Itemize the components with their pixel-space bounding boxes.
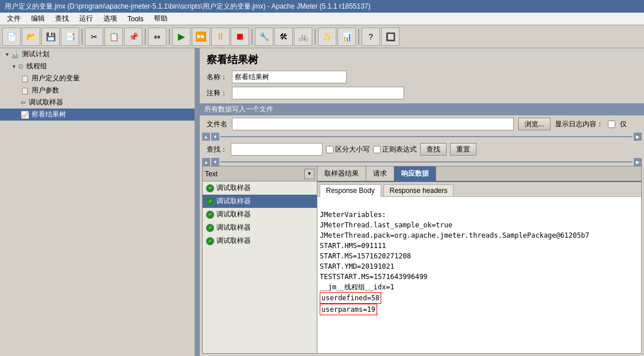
arrow-up-btn2[interactable]: ▲ [202,158,210,166]
search-input[interactable] [231,143,323,156]
response-line-pack: JMeterThread.pack=org.apache.jmeter.thre… [320,230,639,241]
tree-node-result-tree[interactable]: 📈 察看结果树 [0,109,195,121]
menu-options[interactable]: 选项 [99,13,122,25]
search-row: 查找： 区分大小写 正则表达式 查找 重置 [200,141,644,158]
sampler-item-2[interactable]: ✓ 调试取样器 [203,208,317,221]
response-line-hms: START.HMS=091111 [320,241,639,251]
tree-node-user-params[interactable]: 📋 用户参数 [0,84,195,96]
tab-request[interactable]: 请求 [366,167,394,181]
response-line-lastsample: JMeterThread.last_sample_ok=true [320,220,639,230]
divider-line [220,136,633,137]
right-panel: 察看结果树 名称： 注释： 所有数据写入一个文件 文件名 浏览... 显示日志内… [200,48,644,356]
toolbar-cut-btn[interactable]: ✂ [85,28,103,46]
toolbar-clear-btn[interactable]: ✨ [318,28,336,46]
toolbar-copy-btn[interactable]: 📋 [104,28,123,46]
toolbar-clear-all-btn[interactable]: 📊 [337,28,356,46]
name-row: 名称： [200,69,644,85]
response-line-ymd: START.YMD=20191021 [320,261,639,272]
arrow-right-btn2[interactable]: ▶ [634,158,642,166]
toolbar-remote-stop-btn[interactable]: 🛠 [274,28,293,46]
toolbar-expand-btn[interactable]: ⇔ [148,28,166,46]
toolbar-save-btn[interactable]: 💾 [41,28,60,46]
response-line-jmvars: JMeterVariables: [320,210,639,220]
sub-tab-response-body[interactable]: Response Body [320,184,381,197]
toolbar-start-nopause-btn[interactable]: ⏩ [192,28,210,46]
file-row: 文件名 浏览... 显示日志内容： 仅 [200,115,644,133]
toolbar-sep5 [315,29,316,45]
results-area: Text ▼ ✓ 调试取样器 ✓ 调试取样器 ✓ 调试取样器 [200,166,644,356]
toolbar-open-btn[interactable]: 📂 [22,28,40,46]
toolbar-stop-threads-btn[interactable]: ⏸ [211,28,230,46]
sampler-item-0[interactable]: ✓ 调试取样器 [203,181,317,195]
sub-tab-response-headers[interactable]: Response headers [383,184,454,196]
title-bar: 用户定义的变量.jmx (D:\program\apache-jmeter-5.… [0,0,644,13]
menu-edit[interactable]: 编辑 [26,13,49,25]
thread-group-icon: ⚙ [18,63,24,71]
toolbar-help-btn[interactable]: ? [362,28,380,46]
sampler-list-header: Text ▼ [203,167,317,181]
results-content: Text ▼ ✓ 调试取样器 ✓ 调试取样器 ✓ 调试取样器 [202,166,642,354]
regex-label: 正则表达式 [373,145,417,154]
menu-tools[interactable]: Tools [123,14,148,24]
tab-response-data[interactable]: 响应数据 [394,167,436,181]
tree-node-user-vars[interactable]: 📋 用户定义的变量 [0,72,195,84]
log-label: 显示日志内容： [555,119,603,129]
section-header: 所有数据写入一个文件 [200,103,644,115]
divider-row2: ▲ ▼ ▶ [200,158,644,166]
regex-checkbox[interactable] [373,146,381,153]
comment-row: 注释： [200,85,644,101]
toolbar-paste-btn[interactable]: 📌 [124,28,142,46]
sub-tabs-row: Response Body Response headers [317,182,641,197]
toolbar-sep2 [145,29,146,45]
toolbar-remote-start-btn[interactable]: 🔧 [255,28,273,46]
sampler-icon-4: ✓ [206,237,214,245]
sampler-dropdown-btn[interactable]: ▼ [304,169,315,179]
menu-bar: 文件 编辑 查找 运行 选项 Tools 帮助 [0,13,644,25]
toolbar-start-btn[interactable]: ▶ [172,28,191,46]
toolbar-extra-btn[interactable]: 🔲 [381,28,399,46]
divider-line2 [220,161,633,162]
divider-row1: ▲ ▼ ▶ [200,133,644,141]
toolbar-new-btn[interactable]: 📄 [2,28,21,46]
highlight-userdefined: userdefined=58 [320,292,381,304]
toolbar-sep3 [169,29,170,45]
toolbar-sep1 [82,29,83,45]
tab-sampler-results[interactable]: 取样器结果 [317,167,366,181]
comment-input[interactable] [232,87,404,99]
toolbar-stop-btn[interactable]: ⏹ [231,28,249,46]
sampler-item-1[interactable]: ✓ 调试取样器 [203,195,317,208]
arrow-down-btn2[interactable]: ▼ [211,158,219,166]
tree-node-debug-sampler[interactable]: ✏ 调试取样器 [0,96,195,109]
sampler-item-3[interactable]: ✓ 调试取样器 [203,221,317,234]
menu-file[interactable]: 文件 [2,13,25,25]
case-sens-checkbox[interactable] [326,146,333,153]
search-button[interactable]: 查找 [420,143,447,156]
tree-label-thread-group: 线程组 [26,61,47,71]
browse-button[interactable]: 浏览... [518,118,550,130]
arrow-up-btn[interactable]: ▲ [202,133,210,141]
toolbar-remote-exit-btn[interactable]: 🚲 [294,28,312,46]
name-input[interactable] [232,71,347,83]
menu-run[interactable]: 运行 [75,13,98,25]
arrow-right-btn[interactable]: ▶ [634,133,642,141]
tree-node-thread-group[interactable]: ▼ ⚙ 线程组 [0,60,195,72]
main-layout: ▼ 🔬 测试计划 ▼ ⚙ 线程组 📋 用户定义的变量 📋 用户参数 ✏ 调试取样… [0,48,644,356]
file-input[interactable] [232,118,514,130]
log-checkbox[interactable] [608,121,615,128]
arrow-down-btn[interactable]: ▼ [211,133,219,141]
test-plan-icon: 🔬 [11,51,20,59]
only-label: 仅 [620,119,637,129]
user-vars-icon: 📋 [21,75,29,83]
vertical-resize-handle[interactable]: ⋮ [195,48,200,356]
toolbar-save-as-btn[interactable]: 📑 [61,28,79,46]
reset-button[interactable]: 重置 [450,143,476,156]
sampler-item-4[interactable]: ✓ 调试取样器 [203,234,317,247]
response-line-empty [320,199,639,210]
sampler-icon-2: ✓ [206,211,214,219]
panel-title: 察看结果树 [200,48,644,69]
menu-help[interactable]: 帮助 [149,13,172,25]
tree-node-test-plan[interactable]: ▼ 🔬 测试计划 [0,48,195,60]
toolbar: 📄 📂 💾 📑 ✂ 📋 📌 ⇔ ▶ ⏩ ⏸ ⏹ 🔧 🛠 🚲 ✨ 📊 ? 🔲 [0,25,644,48]
response-line-userdefined: userdefined=58 [320,292,639,304]
menu-find[interactable]: 查找 [51,13,73,25]
